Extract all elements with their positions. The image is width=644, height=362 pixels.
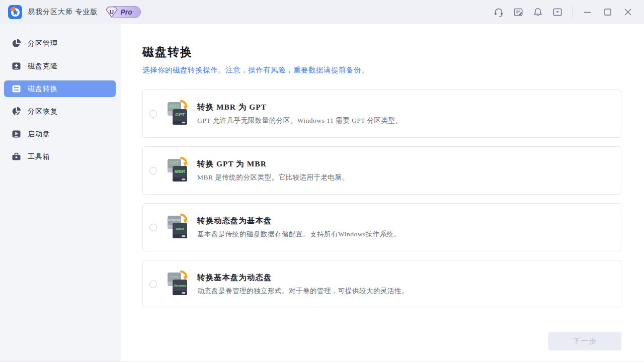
bootable-disk-icon bbox=[12, 129, 21, 139]
footer-actions: 下一步 bbox=[142, 332, 621, 350]
sidebar-item-label: 工具箱 bbox=[28, 152, 50, 161]
option-title: 转换 MBR 为 GPT bbox=[197, 102, 403, 113]
radio-gpt-to-mbr[interactable] bbox=[149, 167, 157, 174]
sidebar-item-disk-convert[interactable]: 磁盘转换 bbox=[4, 80, 116, 97]
option-texts: 转换 MBR 为 GPT GPT 允许几乎无限数量的分区。Windows 11 … bbox=[197, 102, 403, 125]
radio-dynamic-to-basic[interactable] bbox=[149, 224, 157, 231]
sidebar-item-toolbox[interactable]: 工具箱 bbox=[4, 148, 116, 165]
option-description: GPT 允许几乎无限数量的分区。Windows 11 需要 GPT 分区类型。 bbox=[197, 116, 403, 125]
titlebar-separator bbox=[572, 7, 573, 18]
radio-basic-to-dynamic[interactable] bbox=[149, 281, 157, 288]
disk-convert-dynamic-basic-icon: Dynamic Basic bbox=[164, 213, 188, 241]
titlebar-actions bbox=[485, 7, 633, 18]
option-description: MBR 是传统的分区类型。它比较适用于老电脑。 bbox=[197, 173, 349, 182]
disk-clone-icon bbox=[12, 61, 21, 71]
sidebar-item-disk-clone[interactable]: 磁盘克隆 bbox=[4, 58, 116, 74]
pie-chart-icon bbox=[12, 39, 21, 48]
pro-badge-label: Pro bbox=[121, 8, 132, 16]
option-card-mbr-to-gpt[interactable]: MBR GPT 转换 MBR 为 GPT GPT 允许几乎无限数量的分区。Win… bbox=[142, 89, 621, 138]
sidebar-item-bootable-disk[interactable]: 启动盘 bbox=[4, 126, 116, 142]
menu-dropdown-icon[interactable] bbox=[552, 7, 563, 18]
headset-icon[interactable] bbox=[493, 7, 504, 18]
option-card-dynamic-to-basic[interactable]: Dynamic Basic 转换动态盘为基本盘 基本盘是传统的磁盘数据存储配置。… bbox=[142, 203, 621, 251]
pro-badge[interactable]: U Pro bbox=[111, 6, 141, 18]
app-logo-icon bbox=[8, 5, 22, 19]
option-title: 转换基本盘为动态盘 bbox=[197, 273, 409, 283]
sidebar-item-label: 分区管理 bbox=[28, 39, 58, 48]
sidebar-item-label: 磁盘克隆 bbox=[28, 62, 58, 71]
option-card-basic-to-dynamic[interactable]: Basic Dynamic 转换基本盘为动态盘 动态盘是卷管理的独立形式。对于卷… bbox=[142, 260, 621, 308]
option-texts: 转换动态盘为基本盘 基本盘是传统的磁盘数据存储配置。支持所有Windows操作系… bbox=[197, 216, 401, 239]
svg-text:Basic: Basic bbox=[176, 227, 184, 230]
disk-convert-icon bbox=[12, 84, 21, 94]
option-description: 基本盘是传统的磁盘数据存储配置。支持所有Windows操作系统。 bbox=[197, 230, 401, 239]
feedback-icon[interactable] bbox=[513, 7, 524, 18]
partition-recovery-icon bbox=[12, 107, 21, 116]
option-card-gpt-to-mbr[interactable]: GPT MBR 转换 GPT 为 MBR MBR 是传统的分区类型。它比较适用于… bbox=[142, 146, 621, 195]
sidebar-item-partition-management[interactable]: 分区管理 bbox=[4, 35, 116, 52]
app-window: 易我分区大师 专业版 U Pro bbox=[0, 0, 644, 362]
sidebar-item-partition-recovery[interactable]: 分区恢复 bbox=[4, 103, 116, 120]
disk-convert-gpt-mbr-icon: GPT MBR bbox=[164, 156, 188, 185]
radio-mbr-to-gpt[interactable] bbox=[149, 110, 157, 118]
svg-text:GPT: GPT bbox=[175, 112, 185, 117]
bell-icon[interactable] bbox=[532, 7, 543, 18]
svg-text:Basic: Basic bbox=[170, 275, 179, 278]
pro-u-letter: U bbox=[110, 9, 114, 15]
page-title: 磁盘转换 bbox=[142, 44, 621, 60]
title-bar: 易我分区大师 专业版 U Pro bbox=[0, 0, 644, 24]
svg-text:Dynamic: Dynamic bbox=[168, 218, 181, 221]
pro-u-hex-icon: U bbox=[105, 6, 118, 19]
option-description: 动态盘是卷管理的独立形式。对于卷的管理，可提供较大的灵活性。 bbox=[197, 287, 409, 296]
disk-convert-mbr-gpt-icon: MBR GPT bbox=[164, 100, 188, 128]
maximize-button[interactable] bbox=[603, 7, 613, 17]
sidebar-item-label: 启动盘 bbox=[28, 130, 50, 139]
disk-convert-basic-dynamic-icon: Basic Dynamic bbox=[164, 270, 188, 298]
close-button[interactable] bbox=[623, 7, 633, 17]
option-title: 转换动态盘为基本盘 bbox=[197, 216, 401, 226]
sidebar-item-label: 分区恢复 bbox=[28, 107, 58, 116]
svg-text:GPT: GPT bbox=[170, 160, 180, 165]
option-title: 转换 GPT 为 MBR bbox=[197, 159, 349, 169]
sidebar: 分区管理 磁盘克隆 磁盘转换 bbox=[0, 24, 121, 362]
minimize-button[interactable] bbox=[583, 7, 593, 17]
toolbox-icon bbox=[12, 152, 21, 161]
svg-text:MBR: MBR bbox=[175, 169, 185, 174]
svg-text:MBR: MBR bbox=[169, 104, 180, 109]
option-texts: 转换基本盘为动态盘 动态盘是卷管理的独立形式。对于卷的管理，可提供较大的灵活性。 bbox=[197, 273, 409, 296]
next-button[interactable]: 下一步 bbox=[548, 332, 621, 350]
main-content: 磁盘转换 选择你的磁盘转换操作。注意，操作有风险，重要数据请提前备份。 MBR … bbox=[121, 24, 644, 362]
svg-text:Dynamic: Dynamic bbox=[174, 284, 187, 287]
app-title: 易我分区大师 专业版 bbox=[28, 8, 98, 17]
page-subtitle: 选择你的磁盘转换操作。注意，操作有风险，重要数据请提前备份。 bbox=[142, 65, 621, 75]
sidebar-item-label: 磁盘转换 bbox=[28, 84, 58, 94]
option-texts: 转换 GPT 为 MBR MBR 是传统的分区类型。它比较适用于老电脑。 bbox=[197, 159, 349, 182]
